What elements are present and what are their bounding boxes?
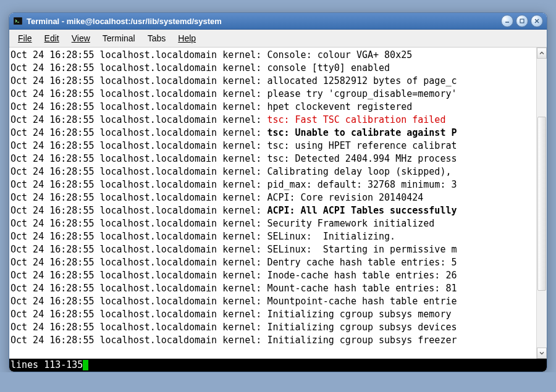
log-prefix: Oct 24 16:28:55 localhost.localdomain ke…	[11, 309, 267, 320]
log-message: SELinux: Starting in permissive m	[267, 244, 457, 255]
window-title: Terminal - mike@localhost:/usr/lib/syste…	[27, 17, 501, 26]
log-line: Oct 24 16:28:55 localhost.localdomain ke…	[11, 334, 545, 347]
log-line: Oct 24 16:28:55 localhost.localdomain ke…	[11, 114, 545, 127]
log-message: Mount-cache hash table entries: 81	[267, 283, 457, 294]
log-message: Initializing cgroup subsys devices	[267, 322, 457, 333]
log-prefix: Oct 24 16:28:55 localhost.localdomain ke…	[11, 49, 267, 60]
log-message: tsc: using HPET reference calibrat	[267, 140, 457, 151]
log-prefix: Oct 24 16:28:55 localhost.localdomain ke…	[11, 283, 267, 294]
log-line: Oct 24 16:28:55 localhost.localdomain ke…	[11, 282, 545, 295]
log-message: tsc: Detected 2404.994 MHz process	[267, 153, 457, 164]
menu-terminal[interactable]: Terminal	[96, 31, 141, 46]
log-message: allocated 12582912 bytes of page_c	[267, 75, 457, 86]
log-line: Oct 24 16:28:55 localhost.localdomain ke…	[11, 308, 545, 321]
log-prefix: Oct 24 16:28:55 localhost.localdomain ke…	[11, 75, 267, 86]
log-line: Oct 24 16:28:55 localhost.localdomain ke…	[11, 217, 545, 230]
log-message: tsc: Unable to calibrate against P	[267, 127, 457, 138]
log-prefix: Oct 24 16:28:55 localhost.localdomain ke…	[11, 296, 267, 307]
log-line: Oct 24 16:28:55 localhost.localdomain ke…	[11, 49, 545, 62]
log-message: Security Framework initialized	[267, 218, 434, 229]
log-line: Oct 24 16:28:55 localhost.localdomain ke…	[11, 191, 545, 204]
log-line: Oct 24 16:28:55 localhost.localdomain ke…	[11, 140, 545, 152]
scroll-up-button[interactable]	[537, 48, 547, 59]
log-line: Oct 24 16:28:55 localhost.localdomain ke…	[11, 62, 545, 75]
log-message: Initializing cgroup subsys memory	[267, 309, 451, 320]
log-prefix: Oct 24 16:28:55 localhost.localdomain ke…	[11, 192, 267, 203]
pager-status-text: lines 113-135	[11, 359, 83, 372]
log-prefix: Oct 24 16:28:55 localhost.localdomain ke…	[11, 179, 267, 190]
log-message: Console: colour VGA+ 80x25	[267, 49, 412, 60]
log-line: Oct 24 16:28:55 localhost.localdomain ke…	[11, 152, 545, 165]
scrollbar-track[interactable]	[537, 59, 547, 348]
minimize-icon	[504, 18, 510, 24]
menu-help[interactable]: Help	[172, 31, 202, 46]
terminal-body[interactable]: Oct 24 16:28:55 localhost.localdomain ke…	[9, 48, 547, 372]
log-line: Oct 24 16:28:55 localhost.localdomain ke…	[11, 256, 545, 269]
svg-rect-1	[14, 18, 22, 24]
log-prefix: Oct 24 16:28:55 localhost.localdomain ke…	[11, 101, 267, 112]
log-message: hpet clockevent registered	[267, 101, 412, 112]
log-prefix: Oct 24 16:28:55 localhost.localdomain ke…	[11, 88, 267, 99]
maximize-button[interactable]	[516, 15, 528, 27]
log-prefix: Oct 24 16:28:55 localhost.localdomain ke…	[11, 218, 267, 229]
log-line: Oct 24 16:28:55 localhost.localdomain ke…	[11, 204, 545, 217]
log-prefix: Oct 24 16:28:55 localhost.localdomain ke…	[11, 205, 267, 216]
menu-edit[interactable]: Edit	[38, 31, 65, 46]
log-prefix: Oct 24 16:28:55 localhost.localdomain ke…	[11, 62, 267, 73]
log-prefix: Oct 24 16:28:55 localhost.localdomain ke…	[11, 322, 267, 333]
log-prefix: Oct 24 16:28:55 localhost.localdomain ke…	[11, 270, 267, 281]
log-prefix: Oct 24 16:28:55 localhost.localdomain ke…	[11, 231, 267, 242]
chevron-up-icon	[539, 51, 544, 56]
log-line: Oct 24 16:28:55 localhost.localdomain ke…	[11, 295, 545, 308]
scrollbar[interactable]	[536, 48, 547, 359]
log-message: Inode-cache hash table entries: 26	[267, 270, 457, 281]
pager-status-line: lines 113-135	[9, 359, 547, 372]
minimize-button[interactable]	[501, 15, 513, 27]
menu-view[interactable]: View	[65, 31, 96, 46]
log-prefix: Oct 24 16:28:55 localhost.localdomain ke…	[11, 127, 267, 138]
close-icon	[534, 18, 540, 24]
terminal-output[interactable]: Oct 24 16:28:55 localhost.localdomain ke…	[9, 48, 547, 359]
log-prefix: Oct 24 16:28:55 localhost.localdomain ke…	[11, 244, 267, 255]
log-message: ACPI: Core revision 20140424	[267, 192, 423, 203]
log-line: Oct 24 16:28:55 localhost.localdomain ke…	[11, 269, 545, 282]
log-line: Oct 24 16:28:55 localhost.localdomain ke…	[11, 101, 545, 114]
scrollbar-thumb[interactable]	[537, 117, 546, 291]
log-line: Oct 24 16:28:55 localhost.localdomain ke…	[11, 243, 545, 256]
log-message: Mountpoint-cache hash table entrie	[267, 296, 457, 307]
log-prefix: Oct 24 16:28:55 localhost.localdomain ke…	[11, 166, 267, 177]
log-message: SELinux: Initializing.	[267, 231, 395, 242]
log-line: Oct 24 16:28:55 localhost.localdomain ke…	[11, 230, 545, 243]
log-message: please try 'cgroup_disable=memory'	[267, 88, 457, 99]
terminal-app-icon	[13, 16, 23, 26]
log-prefix: Oct 24 16:28:55 localhost.localdomain ke…	[11, 140, 267, 151]
window-controls	[501, 15, 543, 27]
cursor	[83, 360, 88, 370]
log-message: pid_max: default: 32768 minimum: 3	[267, 179, 457, 190]
log-prefix: Oct 24 16:28:55 localhost.localdomain ke…	[11, 257, 267, 268]
log-message: console [tty0] enabled	[267, 62, 390, 73]
menubar: File Edit View Terminal Tabs Help	[9, 30, 547, 48]
log-line: Oct 24 16:28:55 localhost.localdomain ke…	[11, 321, 545, 334]
log-line: Oct 24 16:28:55 localhost.localdomain ke…	[11, 178, 545, 191]
titlebar[interactable]: Terminal - mike@localhost:/usr/lib/syste…	[9, 13, 547, 30]
maximize-icon	[519, 18, 525, 24]
log-line: Oct 24 16:28:55 localhost.localdomain ke…	[11, 165, 545, 178]
terminal-window: Terminal - mike@localhost:/usr/lib/syste…	[9, 12, 547, 372]
menu-tabs[interactable]: Tabs	[141, 31, 172, 46]
log-message: tsc: Fast TSC calibration failed	[267, 114, 445, 125]
menu-file[interactable]: File	[12, 31, 38, 46]
log-line: Oct 24 16:28:55 localhost.localdomain ke…	[11, 75, 545, 88]
log-prefix: Oct 24 16:28:55 localhost.localdomain ke…	[11, 114, 267, 125]
log-message: Dentry cache hash table entries: 5	[267, 257, 457, 268]
close-button[interactable]	[531, 15, 543, 27]
log-message: Initializing cgroup subsys freezer	[267, 335, 457, 346]
log-prefix: Oct 24 16:28:55 localhost.localdomain ke…	[11, 153, 267, 164]
log-line: Oct 24 16:28:55 localhost.localdomain ke…	[11, 127, 545, 140]
log-line: Oct 24 16:28:55 localhost.localdomain ke…	[11, 88, 545, 101]
chevron-down-icon	[539, 351, 544, 356]
scroll-down-button[interactable]	[537, 348, 547, 359]
log-message: Calibrating delay loop (skipped),	[267, 166, 457, 177]
log-prefix: Oct 24 16:28:55 localhost.localdomain ke…	[11, 335, 267, 346]
svg-rect-4	[520, 19, 524, 23]
